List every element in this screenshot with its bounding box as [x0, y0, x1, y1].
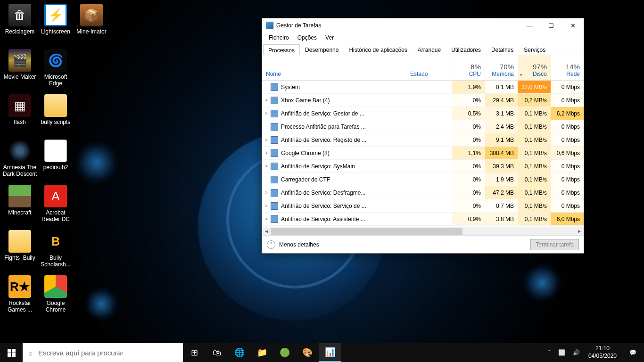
taskbar-task-manager[interactable]: 📊 — [319, 343, 341, 362]
mem-cell: 47,2 MB — [485, 186, 518, 199]
horizontal-scrollbar[interactable]: ◄ ► — [262, 227, 584, 235]
process-icon — [271, 215, 278, 223]
desktop-icon[interactable]: 🗑Reciclagem — [2, 2, 38, 47]
icon-image — [8, 140, 31, 162]
col-memory[interactable]: 70% Memória — [485, 55, 518, 80]
process-row[interactable]: >Anfitrião de Serviço: SysMain0%39,3 MB0… — [262, 160, 584, 173]
col-name[interactable]: Nome — [262, 55, 407, 80]
cpu-pct: 8% — [452, 63, 481, 71]
tab[interactable]: Serviços — [519, 44, 551, 55]
process-row[interactable]: >Anfitrião de Serviço: Registo de ...0%9… — [262, 133, 584, 147]
icon-label: Acrobat Reader DC — [38, 209, 74, 223]
icon-image: R★ — [8, 275, 31, 298]
desktop-icon[interactable]: ▦flash — [2, 92, 38, 138]
task-view-button[interactable]: ⊞ — [183, 343, 206, 362]
expand-chevron-icon[interactable]: > — [262, 216, 271, 222]
fewer-details-button[interactable]: ˄ Menos detalhes — [267, 240, 319, 249]
icon-image: ⚡ — [44, 4, 67, 26]
process-row[interactable]: >Xbox Game Bar (4)0%29,4 MB0,2 MB/s0 Mbp… — [262, 94, 584, 107]
expand-chevron-icon[interactable]: > — [262, 137, 271, 142]
desktop-icon[interactable]: pedirsub2 — [38, 138, 74, 183]
icon-label: Google Chrome — [38, 300, 74, 313]
process-name: Anfitrião do Serviço: Desfragme... — [281, 189, 407, 196]
tab[interactable]: Utilizadores — [446, 44, 486, 55]
taskbar-app[interactable]: 🎨 — [296, 343, 319, 362]
tray-volume-icon[interactable]: 🔊 — [569, 343, 584, 362]
process-name: System — [281, 84, 407, 90]
expand-chevron-icon[interactable]: > — [262, 203, 271, 208]
tab[interactable]: Processos — [263, 44, 300, 55]
process-row[interactable]: System1,9%0,1 MB32,0 MB/s0 Mbps — [262, 81, 584, 94]
tray-network-icon[interactable]: ⬜ — [554, 343, 569, 362]
tray-chevron-up-icon[interactable]: ˄ — [544, 343, 554, 362]
desktop-icon[interactable]: 📦Mine-imator — [74, 2, 109, 47]
desktop-icon[interactable]: 🌀Microsoft Edge — [38, 47, 74, 92]
icon-image: ▦ — [8, 94, 31, 117]
disk-cell: 0,1 MB/s — [518, 173, 551, 186]
expand-chevron-icon[interactable]: > — [262, 111, 271, 116]
process-row[interactable]: >Anfitrião de Serviço: Assistente ...0,9… — [262, 213, 584, 226]
desktop-icon[interactable]: bully scripts — [38, 92, 74, 138]
taskbar-explorer[interactable]: 📁 — [251, 343, 273, 362]
process-row[interactable]: Processo Anfitrião para Tarefas ...0%2,4… — [262, 120, 584, 133]
scroll-right-arrow[interactable]: ► — [575, 229, 584, 234]
icon-label: pedirsub2 — [38, 164, 74, 171]
tab[interactable]: Detalhes — [486, 44, 519, 55]
menu-item[interactable]: Opções — [294, 33, 321, 42]
taskbar-store[interactable]: 🛍 — [206, 343, 228, 362]
fewer-details-label: Menos detalhes — [279, 241, 319, 248]
desktop-icon[interactable]: AAcrobat Reader DC — [38, 183, 74, 228]
menu-item[interactable]: Ver — [322, 33, 338, 42]
search-box[interactable]: ⌕ Escreva aqui para procurar — [23, 343, 183, 362]
process-row[interactable]: Carregador do CTF0%1,9 MB0,1 MB/s0 Mbps — [262, 173, 584, 186]
icon-label: Minecraft — [2, 209, 38, 216]
tab[interactable]: Desempenho — [300, 44, 344, 55]
titlebar[interactable]: Gestor de Tarefas ― ☐ ✕ — [262, 18, 584, 33]
process-row[interactable]: >Anfitrião de Serviço: Gestor de ...0,5%… — [262, 107, 584, 120]
expand-chevron-icon[interactable]: > — [262, 150, 271, 156]
cpu-cell: 0% — [452, 120, 485, 133]
process-icon — [271, 149, 278, 157]
tray-clock[interactable]: 21:10 04/05/2020 — [584, 345, 621, 360]
menu-item[interactable]: Ficheiro — [265, 33, 293, 42]
tab[interactable]: Histórico de aplicações — [344, 44, 412, 55]
start-button[interactable] — [0, 343, 23, 362]
process-row[interactable]: >Anfitrião de Serviço: Serviço de ...0%0… — [262, 199, 584, 213]
process-row[interactable]: >Anfitrião do Serviço: Desfragme...0%47,… — [262, 186, 584, 199]
taskbar-chrome[interactable]: 🟢 — [273, 343, 296, 362]
disk-cell: 0,1 MB/s — [518, 120, 551, 133]
close-button[interactable]: ✕ — [562, 18, 584, 33]
desktop-icon[interactable]: 🎬Movie Maker — [2, 47, 38, 92]
desktop-icon[interactable]: BBully Scholarsh... — [38, 228, 74, 273]
process-row[interactable]: >Google Chrome (8)1,1%308,4 MB0,1 MB/s0,… — [262, 147, 584, 160]
minimize-button[interactable]: ― — [519, 18, 540, 33]
process-icon — [271, 163, 278, 170]
scroll-thumb[interactable] — [271, 228, 462, 235]
icon-label: Mine-imator — [74, 28, 109, 35]
taskbar-edge[interactable]: 🌐 — [228, 343, 251, 362]
col-disk[interactable]: ▾ 97% Disco — [518, 55, 551, 80]
action-center-button[interactable]: 💬 — [621, 343, 644, 362]
expand-chevron-icon[interactable]: > — [262, 98, 271, 103]
desktop-icon[interactable]: Fights_Bully — [2, 228, 38, 273]
desktop-icon[interactable]: Amnesia The Dark Descent — [2, 138, 38, 183]
desktop-icon[interactable]: Minecraft — [2, 183, 38, 228]
expand-chevron-icon[interactable]: > — [262, 190, 271, 195]
icon-image — [44, 275, 67, 298]
col-network[interactable]: 14% Rede — [551, 55, 584, 80]
net-cell: 0 Mbps — [551, 133, 584, 146]
net-cell: 0 Mbps — [551, 199, 584, 212]
col-cpu[interactable]: 8% CPU — [452, 55, 485, 80]
desktop-icon[interactable]: Google Chrome — [38, 273, 74, 319]
desktop-icon[interactable]: R★Rockstar Games ... — [2, 273, 38, 319]
scroll-left-arrow[interactable]: ◄ — [262, 229, 271, 234]
tab[interactable]: Arranque — [413, 44, 446, 55]
cpu-cell: 0% — [452, 133, 485, 146]
desktop-icon[interactable]: ⚡Lightscreen — [38, 2, 74, 47]
end-task-button[interactable]: Terminar tarefa — [530, 239, 579, 250]
cpu-cell: 1,9% — [452, 81, 485, 93]
expand-chevron-icon[interactable]: > — [262, 164, 271, 169]
maximize-button[interactable]: ☐ — [540, 18, 562, 33]
window-footer: ˄ Menos detalhes Terminar tarefa — [262, 235, 584, 253]
col-state[interactable]: Estado — [407, 55, 452, 80]
